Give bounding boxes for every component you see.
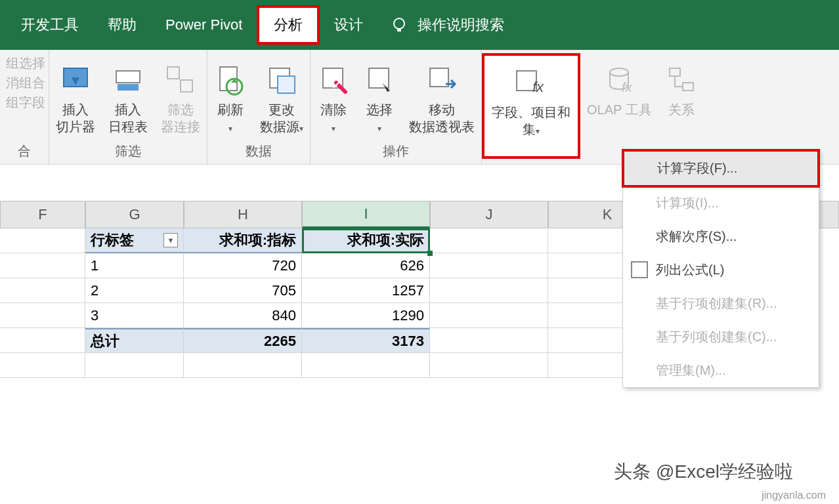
cell[interactable]: [0, 353, 85, 378]
tab-power-pivot[interactable]: Power Pivot: [151, 5, 257, 45]
pivot-total-value[interactable]: 3173: [302, 328, 430, 353]
cell[interactable]: [0, 303, 85, 328]
col-header-G[interactable]: G: [85, 201, 184, 228]
selection-fill-handle[interactable]: [427, 251, 433, 256]
pivot-value[interactable]: 626: [302, 253, 430, 278]
cell[interactable]: [184, 353, 302, 378]
menu-calculated-item: 计算项(I)...: [623, 186, 819, 220]
watermark-url: jingyanla.com: [762, 490, 826, 501]
relationships-button: 关系: [658, 53, 704, 159]
tab-design[interactable]: 设计: [320, 5, 377, 45]
svg-rect-1: [397, 29, 401, 32]
cell[interactable]: [430, 253, 548, 278]
pivot-total-value[interactable]: 2265: [184, 328, 302, 353]
cell[interactable]: [302, 353, 430, 378]
relationships-icon: [666, 64, 697, 96]
menu-create-set-cols: 基于列项创建集(C)...: [623, 320, 819, 354]
menu-list-formulas[interactable]: 列出公式(L): [623, 253, 819, 287]
svg-rect-19: [683, 83, 693, 91]
move-pivot-icon: [426, 64, 458, 96]
clear-button[interactable]: 清除▾: [311, 53, 356, 141]
svg-rect-4: [118, 84, 139, 91]
cell[interactable]: [0, 253, 85, 278]
tab-analyze[interactable]: 分析: [257, 5, 320, 45]
cell[interactable]: [0, 228, 85, 253]
cell[interactable]: [0, 328, 85, 353]
change-data-source-button[interactable]: 更改 数据源▾: [253, 53, 310, 141]
search-placeholder: 操作说明搜索: [418, 15, 504, 35]
cell[interactable]: [85, 353, 184, 378]
clear-icon: [318, 64, 349, 96]
insert-slicer-button[interactable]: 插入 切片器: [49, 53, 102, 141]
pivot-value[interactable]: 1257: [302, 278, 430, 303]
slicer-icon: [60, 64, 91, 96]
timeline-icon: [112, 64, 144, 96]
fields-sets-dropdown: 计算字段(F)... 计算项(I)... 求解次序(S)... 列出公式(L) …: [622, 150, 819, 388]
svg-text:fx: fx: [532, 79, 544, 95]
svg-rect-10: [278, 76, 295, 93]
svg-rect-18: [670, 68, 680, 76]
cell[interactable]: [430, 228, 548, 253]
cell[interactable]: [430, 353, 548, 378]
col-header-J[interactable]: J: [430, 201, 548, 228]
svg-text:fx: fx: [622, 80, 633, 94]
lightbulb-icon: [391, 16, 408, 33]
col-header-H[interactable]: H: [184, 201, 302, 228]
group-select-button: 组选择: [3, 53, 48, 73]
watermark-text: 头条 @Excel学经验啦: [614, 459, 793, 484]
ungroup-button: 消组合: [3, 73, 48, 93]
pivot-total-label[interactable]: 总计: [85, 328, 184, 353]
filter-conn-icon: [165, 64, 196, 96]
move-pivot-button[interactable]: 移动 数据透视表: [402, 53, 481, 141]
svg-point-0: [394, 18, 404, 29]
olap-icon: fx: [603, 64, 635, 96]
svg-point-16: [610, 68, 628, 76]
menu-solve-order[interactable]: 求解次序(S)...: [623, 220, 819, 253]
pivot-value[interactable]: 705: [184, 278, 302, 303]
menubar: 开发工具 帮助 Power Pivot 分析 设计 操作说明搜索: [0, 0, 839, 50]
pivot-row-label[interactable]: 2: [85, 278, 184, 303]
tell-me-search[interactable]: 操作说明搜索: [391, 15, 504, 35]
col-header-I[interactable]: I: [302, 201, 430, 228]
cell[interactable]: [430, 303, 548, 328]
svg-rect-6: [181, 80, 192, 92]
cell[interactable]: [0, 278, 85, 303]
cell[interactable]: [430, 278, 548, 303]
data-source-icon: [266, 64, 297, 96]
pivot-row-label[interactable]: 3: [85, 303, 184, 328]
group-label-data: 数据: [246, 141, 272, 164]
fields-items-sets-button[interactable]: fx 字段、项目和 集▾: [482, 53, 580, 159]
refresh-button[interactable]: 刷新▾: [207, 53, 253, 141]
select-button[interactable]: 选择▾: [356, 53, 402, 141]
col-header-F[interactable]: F: [0, 201, 85, 228]
pivot-value[interactable]: 840: [184, 303, 302, 328]
svg-rect-5: [167, 67, 179, 79]
pivot-value[interactable]: 720: [184, 253, 302, 278]
svg-rect-13: [430, 68, 448, 87]
refresh-icon: [215, 64, 246, 96]
select-icon: [364, 64, 395, 96]
group-label-filter: 筛选: [115, 141, 141, 164]
pivot-value[interactable]: 1290: [302, 303, 430, 328]
tab-help[interactable]: 帮助: [93, 5, 151, 45]
group-label-actions: 操作: [383, 141, 409, 164]
pivot-row-label[interactable]: 1: [85, 253, 184, 278]
menu-create-set-rows: 基于行项创建集(R)...: [623, 287, 819, 320]
svg-rect-3: [116, 71, 140, 83]
menu-calculated-field[interactable]: 计算字段(F)...: [624, 152, 817, 185]
fx-icon: fx: [513, 67, 549, 98]
cell[interactable]: [430, 328, 548, 353]
insert-timeline-button[interactable]: 插入 日程表: [102, 53, 154, 141]
ribbon: 组选择 消组合 组字段 合 插入 切片器 插入 日程表 筛选 器连接 筛选: [0, 50, 839, 165]
tab-dev-tools[interactable]: 开发工具: [7, 5, 93, 45]
pivot-row-labels-header[interactable]: 行标签 ▾: [85, 228, 184, 253]
menu-manage-sets: 管理集(M)...: [623, 354, 819, 387]
filter-dropdown-icon[interactable]: ▾: [163, 233, 178, 247]
group-field-button: 组字段: [3, 93, 48, 112]
pivot-sum-target-header[interactable]: 求和项:指标: [184, 228, 302, 253]
svg-rect-12: [369, 68, 389, 88]
group-label-group: 合: [18, 141, 31, 164]
olap-tools-button: fx OLAP 工具: [580, 53, 658, 159]
filter-connections-button: 筛选 器连接: [154, 53, 207, 141]
pivot-sum-actual-header[interactable]: 求和项:实际: [302, 228, 430, 253]
